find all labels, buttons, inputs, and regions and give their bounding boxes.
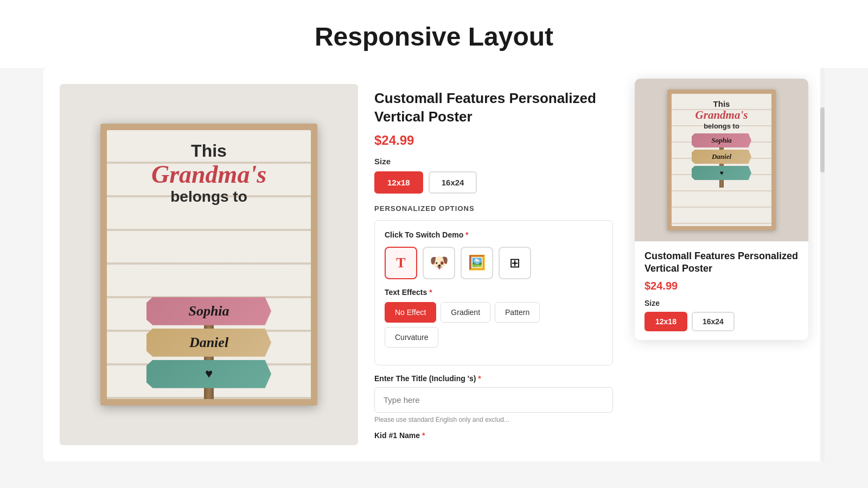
poster-frame: This Grandma's belongs to Sophia Daniel … [100, 124, 317, 406]
mini-sign-daniel: Daniel [692, 150, 751, 164]
page-header: Responsive Layout [0, 0, 868, 68]
demo-dog-icon-btn[interactable]: 🐶 [423, 247, 455, 279]
photo-icon: 🖼️ [468, 254, 486, 271]
card-info: Customall Features Personalized Vertical… [635, 241, 808, 340]
text-effects-section: Text Effects * No Effect Gradient Patter… [385, 288, 603, 348]
input-hint: Please use standard English only and exc… [374, 416, 613, 423]
signs-container: Sophia Daniel ♥ [115, 297, 303, 388]
personalized-options-label: PERSONALIZED OPTIONS [374, 204, 613, 213]
mini-this-text: This [695, 99, 748, 108]
size-options: 12x18 16x24 [374, 171, 613, 194]
card-title: Customall Features Personalized Vertical… [644, 250, 799, 275]
size-button-16x24[interactable]: 16x24 [429, 171, 477, 194]
poster-this-text: This [151, 141, 266, 161]
sign-sophia: Sophia [146, 297, 271, 325]
card-size-btn-16x24[interactable]: 16x24 [692, 312, 735, 331]
poster-grandmas-text: Grandma's [151, 161, 266, 189]
demo-required: * [463, 230, 468, 239]
size-label: Size [374, 157, 613, 166]
mini-sign-sophia: Sophia [692, 133, 751, 147]
effect-no-effect[interactable]: No Effect [385, 302, 436, 323]
sign-heart: ♥ [146, 360, 271, 388]
mini-poster-inner: This Grandma's belongs to Sophia Daniel … [672, 94, 771, 226]
product-card-overlay: This Grandma's belongs to Sophia Daniel … [635, 79, 808, 340]
text-effects-label: Text Effects * [385, 288, 603, 297]
demo-icons: T 🐶 🖼️ ⊞ [385, 247, 603, 279]
card-size-btn-12x18[interactable]: 12x18 [644, 312, 687, 331]
dog-icon: 🐶 [430, 254, 449, 272]
scrollbar-thumb[interactable] [820, 107, 825, 172]
main-container: This Grandma's belongs to Sophia Daniel … [43, 68, 825, 461]
poster-inner: This Grandma's belongs to Sophia Daniel … [107, 130, 311, 399]
mini-grandmas-text: Grandma's [695, 108, 748, 122]
product-image-section: This Grandma's belongs to Sophia Daniel … [60, 84, 358, 445]
effect-pattern[interactable]: Pattern [495, 302, 540, 323]
poster-belongs-text: belongs to [151, 188, 266, 206]
mini-signs: Sophia Daniel ♥ [676, 133, 767, 180]
mini-belongs-text: belongs to [695, 122, 748, 130]
demo-text-icon-btn[interactable]: T [385, 247, 417, 279]
qr-icon: ⊞ [509, 255, 520, 271]
product-title-text: Customall Features Personalized Vertical… [374, 89, 613, 126]
effects-row-2: Curvature [385, 327, 603, 348]
poster-text-top: This Grandma's belongs to [151, 141, 266, 206]
size-button-12x18[interactable]: 12x18 [374, 171, 423, 194]
demo-title: Click To Switch Demo * [385, 230, 603, 239]
effect-gradient[interactable]: Gradient [441, 302, 490, 323]
card-image: This Grandma's belongs to Sophia Daniel … [635, 79, 808, 241]
card-size-label: Size [644, 299, 799, 307]
card-price: $24.99 [644, 280, 799, 292]
effect-curvature[interactable]: Curvature [385, 327, 438, 348]
demo-qr-icon-btn[interactable]: ⊞ [499, 247, 531, 279]
mini-text-top: This Grandma's belongs to [695, 99, 748, 130]
demo-box: Click To Switch Demo * T 🐶 🖼️ ⊞ Text E [374, 220, 613, 365]
product-price: $24.99 [374, 133, 613, 148]
scrollbar [820, 68, 825, 461]
text-format-icon: T [396, 255, 405, 271]
title-input-label: Enter The Title (Including 's) * [374, 374, 613, 383]
mini-poster-frame: This Grandma's belongs to Sophia Daniel … [667, 89, 776, 230]
product-details: Customall Features Personalized Vertical… [358, 84, 629, 445]
card-size-options: 12x18 16x24 [644, 312, 799, 331]
demo-photo-icon-btn[interactable]: 🖼️ [461, 247, 493, 279]
kid-name-label: Kid #1 Name * [374, 431, 613, 440]
text-effects-required: * [427, 288, 432, 297]
sign-daniel: Daniel [146, 329, 271, 357]
page-title: Responsive Layout [0, 22, 868, 52]
input-section: Enter The Title (Including 's) * Please … [374, 374, 613, 440]
mini-sign-heart: ♥ [692, 166, 751, 180]
effects-row: No Effect Gradient Pattern [385, 302, 603, 323]
title-input[interactable] [374, 387, 613, 413]
